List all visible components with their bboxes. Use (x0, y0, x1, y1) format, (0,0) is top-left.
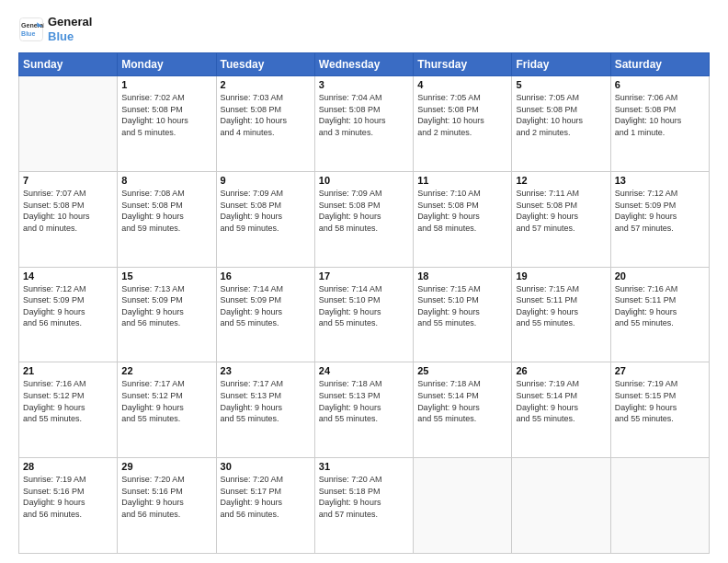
weekday-header-tuesday: Tuesday (216, 53, 314, 76)
weekday-header-wednesday: Wednesday (314, 53, 413, 76)
day-info: Sunrise: 7:02 AM Sunset: 5:08 PM Dayligh… (121, 92, 211, 138)
day-info: Sunrise: 7:17 AM Sunset: 5:13 PM Dayligh… (221, 378, 311, 424)
day-info: Sunrise: 7:12 AM Sunset: 5:09 PM Dayligh… (23, 283, 113, 329)
day-info: Sunrise: 7:09 AM Sunset: 5:08 PM Dayligh… (319, 188, 409, 234)
day-info: Sunrise: 7:10 AM Sunset: 5:08 PM Dayligh… (417, 188, 507, 234)
day-number: 11 (417, 175, 507, 186)
day-number: 4 (417, 79, 507, 90)
day-number: 9 (221, 175, 311, 186)
day-info: Sunrise: 7:12 AM Sunset: 5:09 PM Dayligh… (615, 188, 705, 234)
calendar-cell: 21Sunrise: 7:16 AM Sunset: 5:12 PM Dayli… (19, 362, 118, 458)
weekday-header-saturday: Saturday (610, 53, 709, 76)
day-number: 29 (121, 461, 211, 472)
calendar-cell: 13Sunrise: 7:12 AM Sunset: 5:09 PM Dayli… (610, 171, 709, 267)
day-info: Sunrise: 7:04 AM Sunset: 5:08 PM Dayligh… (319, 92, 409, 138)
day-number: 30 (221, 461, 311, 472)
day-number: 26 (516, 365, 606, 376)
header: General Blue General Blue (18, 15, 710, 43)
calendar-cell (19, 76, 118, 172)
page: General Blue General Blue SundayMondayTu… (0, 0, 728, 563)
calendar-cell: 7Sunrise: 7:07 AM Sunset: 5:08 PM Daylig… (19, 171, 118, 267)
day-info: Sunrise: 7:19 AM Sunset: 5:16 PM Dayligh… (23, 474, 113, 520)
day-info: Sunrise: 7:20 AM Sunset: 5:18 PM Dayligh… (319, 474, 409, 520)
day-number: 23 (221, 365, 311, 376)
day-info: Sunrise: 7:05 AM Sunset: 5:08 PM Dayligh… (516, 92, 606, 138)
day-info: Sunrise: 7:03 AM Sunset: 5:08 PM Dayligh… (221, 92, 311, 138)
calendar-cell: 4Sunrise: 7:05 AM Sunset: 5:08 PM Daylig… (414, 76, 512, 172)
weekday-header-row: SundayMondayTuesdayWednesdayThursdayFrid… (19, 53, 710, 76)
day-info: Sunrise: 7:14 AM Sunset: 5:10 PM Dayligh… (319, 283, 409, 329)
calendar-cell: 18Sunrise: 7:15 AM Sunset: 5:10 PM Dayli… (414, 267, 512, 362)
day-number: 14 (23, 270, 113, 282)
day-number: 5 (516, 79, 606, 90)
day-number: 12 (516, 175, 606, 186)
day-number: 1 (121, 79, 211, 90)
calendar-cell: 19Sunrise: 7:15 AM Sunset: 5:11 PM Dayli… (512, 267, 610, 362)
calendar-cell (414, 458, 512, 554)
day-number: 19 (516, 270, 606, 282)
calendar-cell (610, 458, 709, 554)
calendar-cell: 20Sunrise: 7:16 AM Sunset: 5:11 PM Dayli… (610, 267, 709, 362)
day-info: Sunrise: 7:16 AM Sunset: 5:11 PM Dayligh… (615, 283, 705, 329)
calendar-cell: 25Sunrise: 7:18 AM Sunset: 5:14 PM Dayli… (414, 362, 512, 458)
weekday-header-sunday: Sunday (19, 53, 118, 76)
day-number: 25 (417, 365, 507, 376)
day-number: 15 (121, 270, 211, 282)
calendar-cell (512, 458, 610, 554)
week-row-0: 1Sunrise: 7:02 AM Sunset: 5:08 PM Daylig… (19, 76, 710, 172)
day-info: Sunrise: 7:18 AM Sunset: 5:13 PM Dayligh… (319, 378, 409, 424)
day-info: Sunrise: 7:16 AM Sunset: 5:12 PM Dayligh… (23, 378, 113, 424)
calendar-cell: 17Sunrise: 7:14 AM Sunset: 5:10 PM Dayli… (314, 267, 413, 362)
day-info: Sunrise: 7:15 AM Sunset: 5:10 PM Dayligh… (417, 283, 507, 329)
calendar-cell: 22Sunrise: 7:17 AM Sunset: 5:12 PM Dayli… (118, 362, 216, 458)
day-info: Sunrise: 7:09 AM Sunset: 5:08 PM Dayligh… (221, 188, 311, 234)
calendar-cell: 31Sunrise: 7:20 AM Sunset: 5:18 PM Dayli… (314, 458, 413, 554)
day-number: 27 (615, 365, 705, 376)
week-row-3: 21Sunrise: 7:16 AM Sunset: 5:12 PM Dayli… (19, 362, 710, 458)
calendar-cell: 2Sunrise: 7:03 AM Sunset: 5:08 PM Daylig… (216, 76, 314, 172)
calendar-cell: 12Sunrise: 7:11 AM Sunset: 5:08 PM Dayli… (512, 171, 610, 267)
day-info: Sunrise: 7:13 AM Sunset: 5:09 PM Dayligh… (121, 283, 211, 329)
day-number: 16 (221, 270, 311, 282)
day-number: 24 (319, 365, 409, 376)
day-number: 21 (23, 365, 113, 376)
day-info: Sunrise: 7:20 AM Sunset: 5:16 PM Dayligh… (121, 474, 211, 520)
day-info: Sunrise: 7:07 AM Sunset: 5:08 PM Dayligh… (23, 188, 113, 234)
day-info: Sunrise: 7:18 AM Sunset: 5:14 PM Dayligh… (417, 378, 507, 424)
calendar-cell: 27Sunrise: 7:19 AM Sunset: 5:15 PM Dayli… (610, 362, 709, 458)
day-number: 2 (221, 79, 311, 90)
day-info: Sunrise: 7:19 AM Sunset: 5:14 PM Dayligh… (516, 378, 606, 424)
day-number: 18 (417, 270, 507, 282)
calendar-cell: 28Sunrise: 7:19 AM Sunset: 5:16 PM Dayli… (19, 458, 118, 554)
calendar-cell: 11Sunrise: 7:10 AM Sunset: 5:08 PM Dayli… (414, 171, 512, 267)
svg-text:Blue: Blue (21, 30, 35, 37)
day-number: 6 (615, 79, 705, 90)
day-number: 7 (23, 175, 113, 186)
day-number: 22 (121, 365, 211, 376)
weekday-header-friday: Friday (512, 53, 610, 76)
calendar-cell: 29Sunrise: 7:20 AM Sunset: 5:16 PM Dayli… (118, 458, 216, 554)
day-info: Sunrise: 7:15 AM Sunset: 5:11 PM Dayligh… (516, 283, 606, 329)
calendar-cell: 8Sunrise: 7:08 AM Sunset: 5:08 PM Daylig… (118, 171, 216, 267)
calendar-cell: 14Sunrise: 7:12 AM Sunset: 5:09 PM Dayli… (19, 267, 118, 362)
calendar-cell: 3Sunrise: 7:04 AM Sunset: 5:08 PM Daylig… (314, 76, 413, 172)
day-info: Sunrise: 7:20 AM Sunset: 5:17 PM Dayligh… (221, 474, 311, 520)
logo: General Blue General Blue (18, 15, 92, 43)
calendar-cell: 30Sunrise: 7:20 AM Sunset: 5:17 PM Dayli… (216, 458, 314, 554)
day-number: 8 (121, 175, 211, 186)
calendar-cell: 10Sunrise: 7:09 AM Sunset: 5:08 PM Dayli… (314, 171, 413, 267)
calendar-cell: 23Sunrise: 7:17 AM Sunset: 5:13 PM Dayli… (216, 362, 314, 458)
logo-icon: General Blue (18, 17, 44, 42)
week-row-2: 14Sunrise: 7:12 AM Sunset: 5:09 PM Dayli… (19, 267, 710, 362)
day-info: Sunrise: 7:17 AM Sunset: 5:12 PM Dayligh… (121, 378, 211, 424)
day-info: Sunrise: 7:11 AM Sunset: 5:08 PM Dayligh… (516, 188, 606, 234)
calendar-cell: 24Sunrise: 7:18 AM Sunset: 5:13 PM Dayli… (314, 362, 413, 458)
week-row-1: 7Sunrise: 7:07 AM Sunset: 5:08 PM Daylig… (19, 171, 710, 267)
day-info: Sunrise: 7:08 AM Sunset: 5:08 PM Dayligh… (121, 188, 211, 234)
day-number: 13 (615, 175, 705, 186)
day-number: 28 (23, 461, 113, 472)
calendar-cell: 16Sunrise: 7:14 AM Sunset: 5:09 PM Dayli… (216, 267, 314, 362)
day-info: Sunrise: 7:05 AM Sunset: 5:08 PM Dayligh… (417, 92, 507, 138)
day-number: 3 (319, 79, 409, 90)
week-row-4: 28Sunrise: 7:19 AM Sunset: 5:16 PM Dayli… (19, 458, 710, 554)
